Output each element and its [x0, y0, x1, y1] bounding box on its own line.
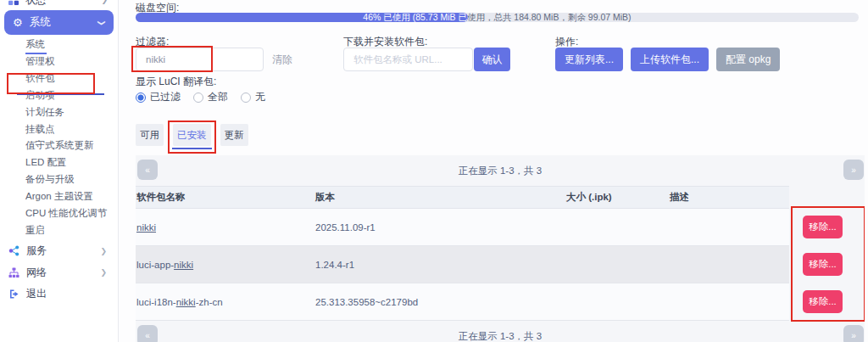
download-package-input[interactable] — [343, 48, 473, 71]
sidebar-item-network[interactable]: 网络 ❯ — [0, 262, 118, 284]
sidebar: 状态 ❯ ⚙ 系统 ❯ 系统 管理权 软件包 启动项 计划任务 挂载点 值守式系… — [0, 0, 119, 342]
header-version: 版本 — [315, 191, 566, 204]
sidebar-item-administration[interactable]: 管理权 — [0, 53, 118, 70]
sidebar-item-led-config[interactable]: LED 配置 — [0, 154, 118, 171]
radio-unselected-icon — [193, 93, 203, 103]
sidebar-item-argon-theme[interactable]: Argon 主题设置 — [0, 188, 118, 205]
translation-filter-label: 显示 LuCI 翻译包: — [136, 75, 216, 89]
table-header: 软件包名称 版本 大小 (.ipk) 描述 — [136, 186, 789, 209]
sidebar-bottom: 服务 ❯ 网络 ❯ 退出 — [0, 240, 118, 306]
radio-filtered[interactable]: 已过滤 — [136, 90, 181, 104]
package-table-card: « 正在显示 1-3，共 3 » 软件包名称 版本 大小 (.ipk) 描述 n… — [136, 155, 865, 342]
radio-none[interactable]: 无 — [241, 90, 265, 104]
sidebar-item-label: 状态 — [25, 0, 46, 8]
confirm-button[interactable]: 确认 — [474, 48, 510, 71]
gear-icon: ⚙ — [13, 17, 23, 28]
package-tabs: 可用 已安装 更新 — [136, 124, 248, 146]
chevron-right-icon: ❯ — [101, 0, 108, 4]
radio-unselected-icon — [241, 93, 251, 103]
sidebar-item-logout[interactable]: 退出 — [0, 283, 118, 306]
tab-available[interactable]: 可用 — [136, 124, 164, 146]
next-page-button-bottom[interactable]: » — [843, 325, 864, 342]
sidebar-item-backup-upgrade[interactable]: 备份与升级 — [0, 171, 118, 188]
system-submenu: 系统 管理权 软件包 启动项 计划任务 挂载点 值守式系统更新 LED 配置 备… — [0, 36, 118, 238]
upload-package-button[interactable]: 上传软件包... — [631, 48, 709, 71]
main-content: 磁盘空间: 46% 已使用 (85.73 MiB 已使用，总共 184.80 M… — [118, 0, 868, 342]
dashboard-grid-icon — [8, 0, 19, 5]
chevron-down-icon: ❯ — [97, 20, 106, 26]
opkg-software-page: 状态 ❯ ⚙ 系统 ❯ 系统 管理权 软件包 启动项 计划任务 挂载点 值守式系… — [0, 0, 868, 342]
annotation-box-filter-input — [131, 46, 213, 72]
sidebar-item-system-general[interactable]: 系统 — [0, 36, 118, 53]
header-size: 大小 (.ipk) — [566, 191, 670, 204]
header-package-name: 软件包名称 — [136, 191, 315, 204]
sidebar-item-reboot[interactable]: 重启 — [0, 221, 118, 238]
update-lists-button[interactable]: 更新列表... — [555, 48, 623, 71]
version-cell: 1.24.4-r1 — [315, 260, 566, 270]
version-cell: 2025.11.09-r1 — [315, 222, 566, 233]
package-name-link[interactable]: luci-i18n-nikki-zh-cn — [136, 297, 315, 307]
sidebar-item-attended-sysupgrade[interactable]: 值守式系统更新 — [0, 137, 118, 154]
radio-selected-icon — [136, 93, 146, 103]
actions-row: 更新列表... 上传软件包... 配置 opkg — [555, 48, 780, 71]
services-nodes-icon — [8, 245, 19, 256]
annotation-box-remove-buttons — [791, 206, 865, 322]
table-row: luci-i18n-nikki-zh-cn 25.313.35958~c2179… — [136, 283, 789, 321]
sidebar-item-label: 系统 — [30, 15, 51, 30]
sidebar-item-services[interactable]: 服务 ❯ — [0, 240, 118, 262]
disk-usage-fill: 46% 已使用 (85.73 MiB 已使用，总共 184.80 MiB，剩余 … — [136, 13, 468, 22]
sidebar-item-mount-points[interactable]: 挂载点 — [0, 121, 118, 137]
version-cell: 25.313.35958~c2179bd — [315, 297, 566, 307]
tab-installed[interactable]: 已安装 — [173, 124, 211, 146]
clear-filter-button[interactable]: 清除 — [265, 48, 299, 71]
logout-icon — [8, 289, 19, 300]
chevron-right-icon: ❯ — [100, 247, 107, 255]
table-row: nikki 2025.11.09-r1 — [136, 209, 789, 246]
tab-updates[interactable]: 更新 — [220, 124, 248, 146]
pagination-info-bottom: 正在显示 1-3，共 3 — [136, 330, 865, 342]
active-underline-system — [25, 53, 47, 54]
sidebar-item-cpu-tuning[interactable]: CPU 性能优化调节 — [0, 205, 118, 221]
header-description: 描述 — [670, 191, 789, 204]
chevron-right-icon: ❯ — [100, 268, 107, 277]
next-page-button-top[interactable]: » — [843, 160, 864, 180]
disk-usage-progressbar: 46% 已使用 (85.73 MiB 已使用，总共 184.80 MiB，剩余 … — [136, 13, 859, 22]
sidebar-item-system[interactable]: ⚙ 系统 ❯ — [4, 10, 114, 35]
radio-all[interactable]: 全部 — [193, 90, 228, 104]
translation-filter-options: 已过滤 全部 无 — [136, 90, 265, 104]
network-sitemap-icon — [8, 267, 19, 278]
configure-opkg-button[interactable]: 配置 opkg — [716, 48, 780, 71]
table-row: luci-app-nikki 1.24.4-r1 — [136, 246, 789, 283]
pagination-info-top: 正在显示 1-3，共 3 — [136, 165, 865, 177]
sidebar-item-scheduled-tasks[interactable]: 计划任务 — [0, 104, 118, 121]
package-name-link[interactable]: nikki — [136, 222, 315, 233]
annotation-box-software — [7, 73, 95, 94]
package-name-link[interactable]: luci-app-nikki — [136, 260, 315, 270]
